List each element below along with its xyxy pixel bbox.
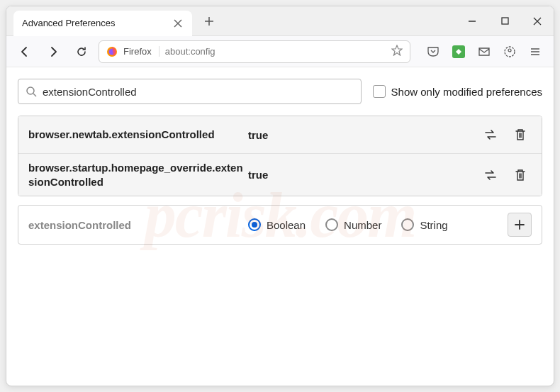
url-bar[interactable]: Firefox about:config (99, 40, 410, 63)
radio-icon (401, 218, 414, 231)
radio-string[interactable]: String (401, 218, 447, 231)
tab-title: Advanced Preferences (22, 18, 116, 28)
search-row: Show only modified preferences (18, 79, 542, 104)
preference-list: browser.newtab.extensionControlled true … (18, 116, 542, 196)
radio-boolean[interactable]: Boolean (248, 218, 306, 231)
close-tab-icon[interactable] (172, 18, 184, 29)
new-preference-row: extensionControlled Boolean Number Strin… (18, 205, 542, 245)
svg-point-4 (508, 49, 511, 52)
type-options: Boolean Number String (248, 218, 508, 231)
close-window-button[interactable] (521, 6, 554, 36)
titlebar: Advanced Preferences (6, 6, 554, 36)
preference-actions (479, 123, 532, 146)
mail-icon[interactable] (473, 40, 495, 63)
preference-value: true (248, 169, 479, 181)
new-tab-button[interactable] (198, 10, 220, 33)
navigation-toolbar: Firefox about:config (6, 36, 554, 67)
radio-label: String (420, 219, 447, 231)
toggle-button[interactable] (479, 164, 502, 186)
account-icon[interactable] (498, 40, 521, 63)
toggle-button[interactable] (479, 123, 502, 146)
firefox-logo-icon (106, 46, 118, 57)
toolbar-actions (422, 40, 547, 63)
show-modified-toggle[interactable]: Show only modified preferences (373, 85, 542, 98)
forward-button[interactable] (42, 40, 65, 63)
add-button[interactable] (508, 213, 532, 237)
page-content: Show only modified preferences browser.n… (6, 67, 554, 256)
maximize-button[interactable] (488, 6, 521, 36)
preference-name: browser.startup.homepage_override.extens… (28, 161, 248, 189)
delete-button[interactable] (509, 164, 532, 186)
reload-button[interactable] (70, 40, 93, 63)
radio-label: Boolean (267, 219, 306, 231)
preference-value: true (248, 129, 479, 141)
search-box[interactable] (18, 79, 362, 104)
radio-label: Number (344, 219, 381, 231)
pocket-icon[interactable] (422, 40, 444, 63)
window-controls (456, 6, 554, 36)
delete-button[interactable] (509, 123, 532, 146)
preference-row: browser.newtab.extensionControlled true (18, 116, 542, 154)
preference-actions (479, 164, 532, 186)
bookmark-star-icon[interactable] (391, 45, 403, 59)
show-modified-label: Show only modified preferences (391, 86, 542, 98)
checkbox-icon[interactable] (373, 85, 386, 98)
url-text: about:config (165, 46, 386, 57)
back-button[interactable] (13, 40, 36, 63)
radio-icon (248, 218, 261, 231)
preference-name: browser.newtab.extensionControlled (28, 128, 248, 142)
svg-rect-0 (502, 18, 508, 24)
new-preference-name: extensionControlled (28, 219, 248, 231)
browser-tab[interactable]: Advanced Preferences (13, 11, 192, 36)
minimize-button[interactable] (456, 6, 488, 36)
extension-icon[interactable] (447, 40, 470, 63)
preference-row: browser.startup.homepage_override.extens… (18, 154, 542, 196)
radio-icon (325, 218, 338, 231)
svg-point-5 (27, 87, 34, 94)
search-input[interactable] (43, 86, 354, 98)
search-icon (26, 86, 37, 97)
url-identity-label: Firefox (123, 46, 159, 57)
radio-number[interactable]: Number (325, 218, 381, 231)
browser-window: Advanced Preferences (6, 6, 554, 386)
menu-button[interactable] (524, 40, 547, 63)
